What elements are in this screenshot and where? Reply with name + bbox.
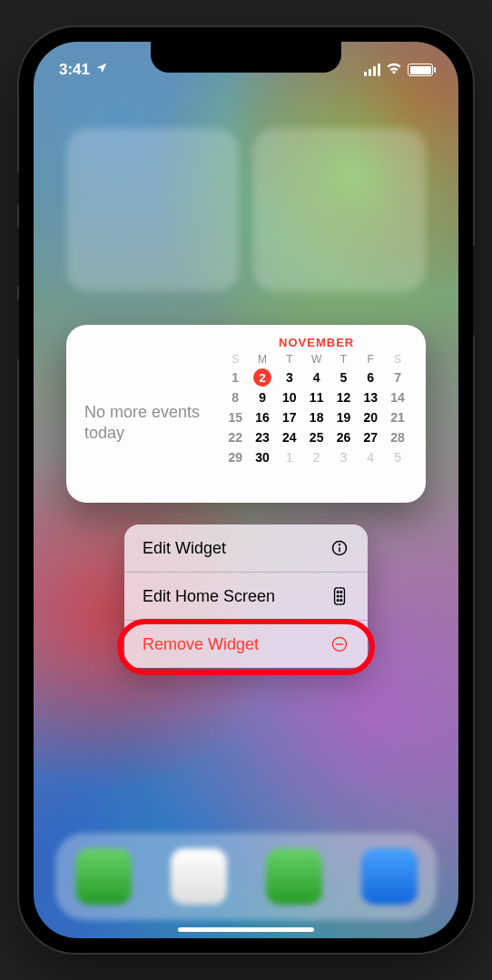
- context-menu: Edit Widget Edit Home Screen Remove Widg…: [124, 524, 368, 668]
- info-icon: [330, 538, 349, 558]
- dock-app[interactable]: [361, 848, 418, 905]
- calendar-day-cell: 10: [276, 387, 303, 407]
- calendar-day-cell: 24: [276, 427, 303, 447]
- calendar-day-cell: 25: [303, 427, 330, 447]
- calendar-day-cell: 30: [249, 447, 276, 467]
- calendar-day-cell: 4: [303, 368, 330, 387]
- svg-point-5: [340, 592, 342, 593]
- svg-point-4: [337, 592, 339, 593]
- calendar-weekday-label: T: [330, 353, 358, 368]
- calendar-day-cell: 3: [330, 447, 358, 467]
- calendar-day-cell: 12: [330, 387, 358, 407]
- calendar-day-cell: 2: [249, 368, 276, 387]
- dock-app[interactable]: [171, 848, 227, 905]
- calendar-day-cell: 4: [357, 447, 384, 467]
- dock: [55, 833, 437, 920]
- svg-point-9: [340, 600, 342, 602]
- menu-item-label: Edit Widget: [143, 539, 226, 558]
- blurred-home-widgets: [66, 128, 426, 291]
- status-time: 3:41: [59, 61, 90, 79]
- calendar-day-cell: 26: [330, 427, 358, 447]
- edit-home-screen-menu-item[interactable]: Edit Home Screen: [124, 573, 368, 621]
- calendar-weekday-label: T: [276, 353, 303, 368]
- battery-icon: [408, 64, 433, 76]
- signal-icon: [364, 64, 380, 76]
- wifi-icon: [386, 62, 402, 78]
- calendar-day-cell: 13: [357, 387, 384, 407]
- calendar-grid: SMTWTFS 12345678910111213141516171819202…: [221, 353, 411, 467]
- svg-point-6: [337, 595, 339, 597]
- calendar-day-cell: 27: [357, 427, 384, 447]
- calendar-weekday-label: F: [357, 353, 384, 368]
- silence-switch: [15, 172, 19, 205]
- calendar-day-cell: 7: [384, 368, 411, 387]
- calendar-widget-message: No more events today: [84, 402, 212, 444]
- remove-widget-menu-item[interactable]: Remove Widget: [124, 621, 368, 668]
- calendar-day-cell: 18: [303, 407, 330, 427]
- calendar-weekday-label: M: [249, 353, 276, 368]
- calendar-day-cell: 1: [221, 368, 249, 387]
- menu-item-label: Remove Widget: [143, 635, 259, 654]
- calendar-day-cell: 16: [249, 407, 276, 427]
- calendar-day-cell: 22: [221, 427, 249, 447]
- home-indicator[interactable]: [178, 927, 314, 932]
- calendar-day-cell: 9: [249, 387, 276, 407]
- apps-grid-icon: [330, 586, 349, 606]
- calendar-weekday-label: W: [303, 353, 330, 368]
- menu-item-label: Edit Home Screen: [143, 587, 275, 606]
- calendar-day-cell: 19: [330, 407, 358, 427]
- screen: 3:41 No more events today NOVEMBER: [34, 42, 458, 938]
- calendar-day-cell: 21: [384, 407, 411, 427]
- calendar-widget[interactable]: No more events today NOVEMBER SMTWTFS 12…: [66, 325, 426, 503]
- calendar-day-cell: 5: [330, 368, 358, 387]
- calendar-day-cell: 11: [303, 387, 330, 407]
- calendar-day-cell: 6: [357, 368, 384, 387]
- calendar-weekday-label: S: [221, 353, 249, 368]
- calendar-day-cell: 28: [384, 427, 411, 447]
- calendar-day-cell: 5: [384, 447, 411, 467]
- notch: [151, 42, 341, 73]
- calendar-day-cell: 29: [221, 447, 249, 467]
- calendar-day-cell: 3: [276, 368, 303, 387]
- svg-point-7: [340, 595, 342, 597]
- minus-circle-icon: [330, 634, 349, 654]
- calendar-day-cell: 23: [249, 427, 276, 447]
- volume-up-button: [15, 227, 19, 287]
- edit-widget-menu-item[interactable]: Edit Widget: [124, 524, 368, 573]
- volume-down-button: [15, 299, 19, 359]
- side-button: [473, 245, 477, 336]
- calendar-day-cell: 2: [303, 447, 330, 467]
- calendar-day-cell: 8: [221, 387, 249, 407]
- calendar-day-cell: 15: [221, 407, 249, 427]
- svg-point-2: [339, 544, 340, 545]
- calendar-day-cell: 14: [384, 387, 411, 407]
- calendar-day-cell: 1: [276, 447, 303, 467]
- calendar-weekday-label: S: [384, 353, 411, 368]
- location-icon: [95, 61, 108, 79]
- iphone-device-frame: 3:41 No more events today NOVEMBER: [19, 27, 473, 953]
- calendar-day-cell: 17: [276, 407, 303, 427]
- dock-app[interactable]: [266, 848, 322, 905]
- dock-app[interactable]: [75, 848, 132, 905]
- calendar-month-label: NOVEMBER: [221, 336, 411, 349]
- svg-rect-3: [335, 588, 345, 604]
- calendar-day-cell: 20: [357, 407, 384, 427]
- svg-point-8: [337, 600, 339, 602]
